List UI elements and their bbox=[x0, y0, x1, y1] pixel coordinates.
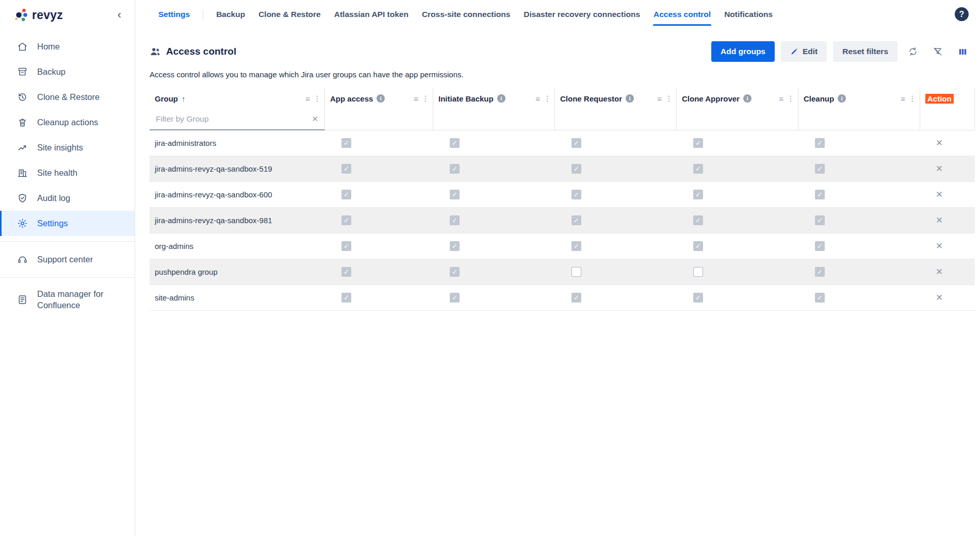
column-drag-icon[interactable]: ⋮ bbox=[422, 94, 429, 103]
permission-checkbox[interactable]: ✓ bbox=[341, 190, 351, 199]
permission-checkbox[interactable]: ✓ bbox=[693, 293, 703, 303]
permission-checkbox[interactable]: ✓ bbox=[571, 241, 581, 251]
refresh-button[interactable] bbox=[904, 42, 922, 61]
permission-checkbox[interactable]: ✓ bbox=[815, 215, 825, 225]
column-drag-icon[interactable]: ⋮ bbox=[909, 94, 916, 103]
sidebar-item-support-center[interactable]: Support center bbox=[0, 247, 135, 272]
permission-checkbox[interactable]: ✓ bbox=[571, 190, 581, 199]
permission-checkbox[interactable]: ✓ bbox=[815, 190, 825, 199]
add-groups-button[interactable]: Add groups bbox=[711, 41, 775, 62]
sidebar-collapse-icon[interactable]: ‹ bbox=[115, 8, 124, 22]
column-drag-icon[interactable]: ⋮ bbox=[544, 94, 550, 103]
column-menu-icon[interactable]: ≡ bbox=[657, 94, 662, 103]
remove-group-icon[interactable]: ✕ bbox=[936, 266, 943, 277]
column-menu-icon[interactable]: ≡ bbox=[901, 94, 905, 103]
permission-checkbox[interactable]: ✓ bbox=[341, 138, 351, 148]
filter-off-button[interactable] bbox=[928, 42, 947, 61]
tab-atlassian-api-token[interactable]: Atlassian API token bbox=[334, 0, 409, 29]
reset-filters-button[interactable]: Reset filters bbox=[833, 41, 897, 62]
column-drag-icon[interactable]: ⋮ bbox=[314, 94, 320, 103]
remove-group-icon[interactable]: ✕ bbox=[936, 215, 943, 226]
column-header-initiate-backup[interactable]: Initiate Backup i ≡ ⋮ bbox=[433, 88, 555, 109]
info-icon[interactable]: i bbox=[838, 94, 846, 103]
permission-cell: ✓ bbox=[433, 130, 555, 156]
sidebar-item-settings[interactable]: Settings bbox=[0, 211, 135, 236]
column-menu-icon[interactable]: ≡ bbox=[535, 94, 540, 103]
permission-checkbox[interactable]: ✓ bbox=[815, 164, 825, 174]
tab-notifications[interactable]: Notifications bbox=[724, 0, 773, 29]
permission-checkbox[interactable]: ✓ bbox=[341, 267, 351, 277]
sidebar-item-home[interactable]: Home bbox=[0, 34, 135, 59]
column-header-clone-requestor[interactable]: Clone Requestor i ≡ ⋮ bbox=[555, 88, 677, 109]
edit-button[interactable]: Edit bbox=[781, 41, 827, 62]
column-drag-icon[interactable]: ⋮ bbox=[665, 94, 672, 103]
sidebar-item-data-manager-confluence[interactable]: Data manager for Confluence bbox=[0, 283, 135, 316]
column-header-app-access[interactable]: App access i ≡ ⋮ bbox=[325, 88, 433, 109]
permission-cell bbox=[677, 259, 798, 284]
column-menu-icon[interactable]: ≡ bbox=[779, 94, 783, 103]
permission-checkbox[interactable]: ✓ bbox=[450, 138, 460, 148]
permission-checkbox[interactable]: ✓ bbox=[693, 190, 703, 199]
refresh-icon bbox=[908, 46, 918, 57]
permission-checkbox[interactable]: ✓ bbox=[693, 164, 703, 174]
permission-checkbox[interactable]: ✓ bbox=[341, 241, 351, 251]
sidebar-item-audit-log[interactable]: Audit log bbox=[0, 186, 135, 211]
permission-checkbox[interactable] bbox=[693, 267, 703, 277]
column-drag-icon[interactable]: ⋮ bbox=[787, 94, 794, 103]
columns-button[interactable] bbox=[953, 42, 972, 61]
permission-checkbox[interactable]: ✓ bbox=[571, 215, 581, 225]
remove-group-icon[interactable]: ✕ bbox=[936, 138, 943, 148]
tab-clone-restore[interactable]: Clone & Restore bbox=[258, 0, 321, 29]
sidebar-item-site-health[interactable]: Site health bbox=[0, 160, 135, 186]
tab-access-control[interactable]: Access control bbox=[653, 0, 711, 29]
permission-checkbox[interactable]: ✓ bbox=[693, 138, 703, 148]
permission-checkbox[interactable]: ✓ bbox=[693, 215, 703, 225]
remove-group-icon[interactable]: ✕ bbox=[936, 163, 943, 174]
permission-cell: ✓ bbox=[555, 233, 677, 259]
permission-checkbox[interactable]: ✓ bbox=[815, 241, 825, 251]
sidebar-item-cleanup-actions[interactable]: Cleanup actions bbox=[0, 110, 135, 135]
page-title: Access control bbox=[150, 46, 236, 57]
tab-backup[interactable]: Backup bbox=[216, 0, 246, 29]
help-icon[interactable]: ? bbox=[955, 7, 969, 21]
column-header-cleanup[interactable]: Cleanup i ≡ ⋮ bbox=[798, 88, 920, 109]
permission-checkbox[interactable]: ✓ bbox=[450, 164, 460, 174]
column-menu-icon[interactable]: ≡ bbox=[414, 94, 418, 103]
tab-settings[interactable]: Settings bbox=[158, 0, 190, 29]
info-icon[interactable]: i bbox=[743, 94, 752, 103]
sidebar-item-clone-restore[interactable]: Clone & Restore bbox=[0, 85, 135, 110]
permission-checkbox[interactable]: ✓ bbox=[450, 241, 460, 251]
permission-checkbox[interactable]: ✓ bbox=[571, 164, 581, 174]
tab-disaster-recovery-connections[interactable]: Disaster recovery connections bbox=[523, 0, 641, 29]
permission-checkbox[interactable]: ✓ bbox=[341, 215, 351, 225]
remove-group-icon[interactable]: ✕ bbox=[936, 189, 943, 200]
permission-checkbox[interactable]: ✓ bbox=[450, 215, 460, 225]
info-icon[interactable]: i bbox=[626, 94, 634, 103]
permission-checkbox[interactable]: ✓ bbox=[815, 293, 825, 303]
permission-checkbox[interactable]: ✓ bbox=[450, 293, 460, 303]
column-header-clone-approver[interactable]: Clone Approver i ≡ ⋮ bbox=[677, 88, 798, 109]
permission-checkbox[interactable]: ✓ bbox=[341, 293, 351, 303]
info-icon[interactable]: i bbox=[497, 94, 505, 103]
permission-checkbox[interactable] bbox=[571, 267, 581, 277]
permission-checkbox[interactable]: ✓ bbox=[571, 138, 581, 148]
column-header-group[interactable]: Group ↑ ≡ ⋮ bbox=[150, 88, 325, 109]
permission-checkbox[interactable]: ✓ bbox=[571, 293, 581, 303]
tab-cross-site-connections[interactable]: Cross-site connections bbox=[421, 0, 511, 29]
remove-group-icon[interactable]: ✕ bbox=[936, 292, 943, 303]
permission-checkbox[interactable]: ✓ bbox=[693, 241, 703, 251]
permission-checkbox[interactable]: ✓ bbox=[815, 138, 825, 148]
sidebar-item-backup[interactable]: Backup bbox=[0, 59, 135, 85]
group-filter-input[interactable] bbox=[155, 114, 311, 124]
sidebar-item-site-insights[interactable]: Site insights bbox=[0, 135, 135, 160]
column-header-action[interactable]: Action bbox=[920, 88, 975, 109]
permission-checkbox[interactable]: ✓ bbox=[450, 190, 460, 199]
clear-filter-icon[interactable]: ✕ bbox=[311, 114, 319, 124]
sort-asc-icon[interactable]: ↑ bbox=[182, 94, 186, 103]
permission-checkbox[interactable]: ✓ bbox=[450, 267, 460, 277]
permission-checkbox[interactable]: ✓ bbox=[341, 164, 351, 174]
permission-checkbox[interactable]: ✓ bbox=[815, 267, 825, 277]
remove-group-icon[interactable]: ✕ bbox=[936, 241, 943, 252]
info-icon[interactable]: i bbox=[377, 94, 385, 103]
column-menu-icon[interactable]: ≡ bbox=[305, 94, 310, 103]
